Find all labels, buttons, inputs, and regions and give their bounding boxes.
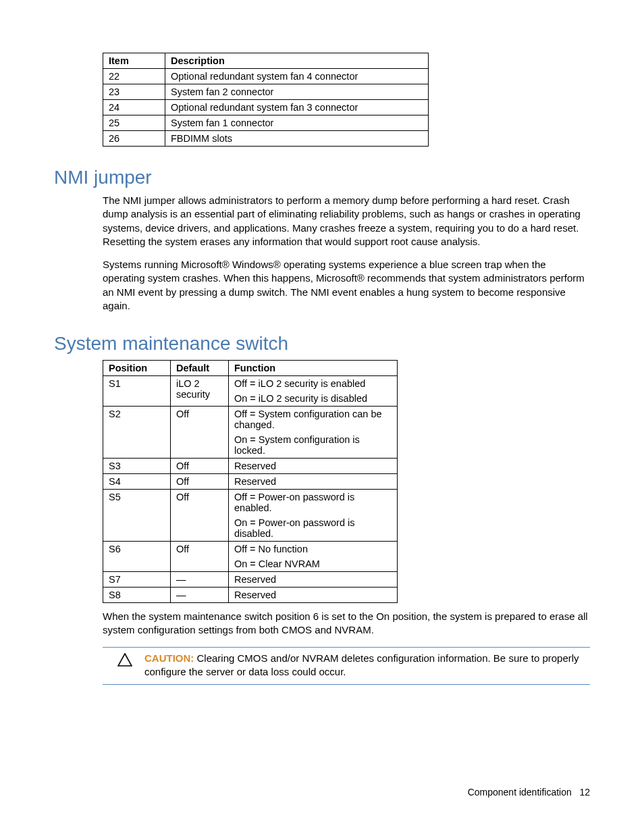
cell-default: Off xyxy=(171,474,229,490)
cell-description: System fan 1 connector xyxy=(165,115,429,131)
cell-position: S7 xyxy=(103,572,171,588)
cell-function: Reserved xyxy=(229,572,398,588)
function-line: Off = iLO 2 security is enabled xyxy=(234,378,392,389)
table2-header-default: Default xyxy=(171,361,229,376)
cell-function: Reserved xyxy=(229,474,398,490)
caution-triangle-icon xyxy=(117,653,132,669)
switch-table: Position Default Function S1iLO 2 securi… xyxy=(103,360,398,603)
table-row: 23System fan 2 connector xyxy=(103,84,429,100)
cell-default: Off xyxy=(171,407,229,459)
component-table: Item Description 22Optional redundant sy… xyxy=(103,53,429,147)
caution-body: Clearing CMOS and/or NVRAM deletes confi… xyxy=(144,652,579,677)
cell-default: Off xyxy=(171,490,229,542)
table-row: 22Optional redundant system fan 4 connec… xyxy=(103,69,429,84)
cell-item: 22 xyxy=(103,69,165,84)
cell-description: Optional redundant system fan 3 connecto… xyxy=(165,100,429,115)
cell-position: S2 xyxy=(103,407,171,459)
table-row: 26FBDIMM slots xyxy=(103,131,429,147)
cell-default: Off xyxy=(171,542,229,572)
cell-function: Reserved xyxy=(229,459,398,474)
table-row: 24Optional redundant system fan 3 connec… xyxy=(103,100,429,115)
function-line: Reserved xyxy=(234,574,392,585)
table-row: S8—Reserved xyxy=(103,588,398,603)
cell-position: S6 xyxy=(103,542,171,572)
cell-item: 24 xyxy=(103,100,165,115)
table-row: S6OffOff = No functionOn = Clear NVRAM xyxy=(103,542,398,572)
cell-default: Off xyxy=(171,459,229,474)
cell-function: Off = iLO 2 security is enabledOn = iLO … xyxy=(229,376,398,407)
nmi-paragraph-2: Systems running Microsoft® Windows® oper… xyxy=(103,258,590,313)
function-line: Off = System configuration can be change… xyxy=(234,409,392,430)
cell-default: — xyxy=(171,588,229,603)
function-line: On = iLO 2 security is disabled xyxy=(234,393,392,404)
function-line: On = Clear NVRAM xyxy=(234,558,392,569)
cell-position: S8 xyxy=(103,588,171,603)
cell-item: 23 xyxy=(103,84,165,100)
cell-position: S1 xyxy=(103,376,171,407)
cell-description: System fan 2 connector xyxy=(165,84,429,100)
table2-header-position: Position xyxy=(103,361,171,376)
table-row: S1iLO 2 securityOff = iLO 2 security is … xyxy=(103,376,398,407)
cell-function: Off = Power-on password is enabled.On = … xyxy=(229,490,398,542)
function-line: Off = No function xyxy=(234,544,392,554)
table2-header-function: Function xyxy=(229,361,398,376)
sms-after-paragraph: When the system maintenance switch posit… xyxy=(103,610,590,637)
cell-description: Optional redundant system fan 4 connecto… xyxy=(165,69,429,84)
footer-section: Component identification xyxy=(468,787,572,798)
heading-nmi-jumper: NMI jumper xyxy=(54,167,590,188)
table-row: S5OffOff = Power-on password is enabled.… xyxy=(103,490,398,542)
caution-text: CAUTION: Clearing CMOS and/or NVRAM dele… xyxy=(144,652,590,679)
table-row: 25System fan 1 connector xyxy=(103,115,429,131)
function-line: Reserved xyxy=(234,590,392,600)
cell-item: 26 xyxy=(103,131,165,147)
table1-header-item: Item xyxy=(103,53,165,69)
function-line: Off = Power-on password is enabled. xyxy=(234,492,392,513)
cell-function: Reserved xyxy=(229,588,398,603)
caution-label: CAUTION: xyxy=(144,652,194,664)
table-row: S4OffReserved xyxy=(103,474,398,490)
function-line: On = Power-on password is disabled. xyxy=(234,517,392,539)
function-line: Reserved xyxy=(234,476,392,487)
table-row: S3OffReserved xyxy=(103,459,398,474)
cell-function: Off = No functionOn = Clear NVRAM xyxy=(229,542,398,572)
cell-position: S5 xyxy=(103,490,171,542)
cell-default: iLO 2 security xyxy=(171,376,229,407)
footer-page-number: 12 xyxy=(579,787,590,798)
cell-description: FBDIMM slots xyxy=(165,131,429,147)
nmi-paragraph-1: The NMI jumper allows administrators to … xyxy=(103,194,590,249)
table-row: S7—Reserved xyxy=(103,572,398,588)
cell-function: Off = System configuration can be change… xyxy=(229,407,398,459)
function-line: On = System configuration is locked. xyxy=(234,434,392,456)
table1-header-description: Description xyxy=(165,53,429,69)
table-row: S2OffOff = System configuration can be c… xyxy=(103,407,398,459)
cell-item: 25 xyxy=(103,115,165,131)
cell-position: S3 xyxy=(103,459,171,474)
function-line: Reserved xyxy=(234,461,392,471)
cell-default: — xyxy=(171,572,229,588)
caution-block: CAUTION: Clearing CMOS and/or NVRAM dele… xyxy=(103,647,590,685)
heading-system-maintenance-switch: System maintenance switch xyxy=(54,333,590,355)
cell-position: S4 xyxy=(103,474,171,490)
page-footer: Component identification 12 xyxy=(468,787,590,798)
